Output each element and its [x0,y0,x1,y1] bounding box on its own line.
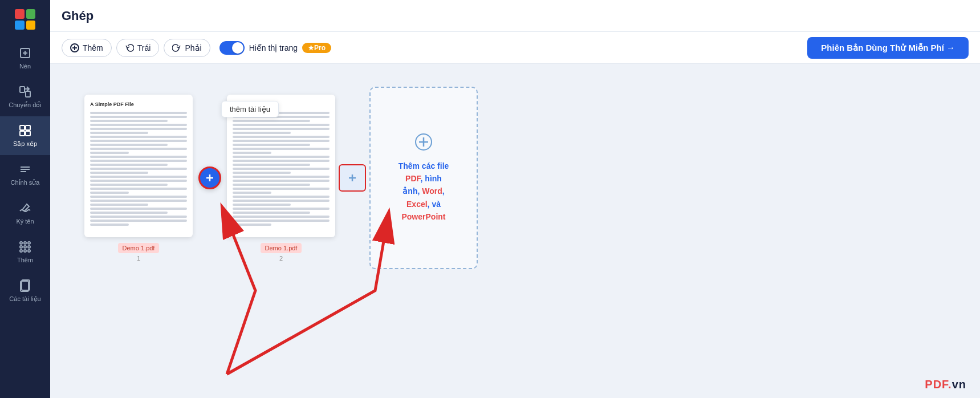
svg-rect-7 [20,131,25,136]
toggle-knob [232,42,243,54]
svg-rect-4 [26,91,30,97]
trial-button[interactable]: Phiên Bản Dùng Thử Miễn Phí → [807,37,969,59]
pdf-card-1: A Simple PDF File [84,95,193,237]
svg-point-18 [20,250,22,252]
hien-thi-trang-label: Hiển thị trang [249,43,298,52]
hien-thi-trang-toggle[interactable] [219,41,245,55]
main-area: Ghép Thêm Trái Phải [50,0,980,398]
insert-btn-wrap-2 [335,107,369,249]
sidebar-item-cac-tai-lieu[interactable]: Các tài liệu [0,271,50,310]
svg-point-19 [24,250,26,252]
svg-point-13 [24,242,26,244]
watermark-pdf: PDF [925,378,948,391]
plus-circle-drop-icon [414,133,433,151]
sidebar-item-nen[interactable]: Nén [0,39,50,78]
svg-rect-3 [20,87,25,92]
sidebar-item-ky-ten[interactable]: Ký tên [0,194,50,233]
insert-btn-wrap-1: thêm tài liệu [193,107,227,249]
pdf-page-num-2: 2 [279,255,283,262]
drop-zone-plus-icon [414,133,433,155]
pdf-slot-1: A Simple PDF File [84,95,193,262]
sidebar-item-chuyen-doi[interactable]: Chuyển đổi [0,78,50,116]
cards-row: A Simple PDF File [84,87,478,269]
svg-point-14 [28,242,30,244]
rotate-left-icon [125,43,134,52]
pdf-page-num-1: 1 [137,255,140,262]
plus-icon-1 [204,172,215,184]
toolbar: Thêm Trái Phải Hiển thị trang ★Pro [50,32,980,64]
svg-point-15 [20,246,22,248]
tooltip-1: thêm tài liệu [221,101,279,117]
watermark-vn: vn [952,378,966,391]
drop-zone[interactable]: Thêm các file PDF, hình ảnh, Word, Excel… [369,87,478,269]
app-header: Ghép [50,0,980,32]
insert-btn-2[interactable] [339,164,366,192]
page-title: Ghép [62,9,93,23]
svg-point-20 [28,250,30,252]
phai-button[interactable]: Phải [164,39,210,57]
watermark: PDF.vn [925,378,966,391]
app-logo [0,0,50,39]
sidebar-item-chinh-sua[interactable]: Chỉnh sửa [0,155,50,194]
insert-btn-1[interactable] [198,166,221,189]
them-button[interactable]: Thêm [62,39,112,57]
pdf-filename-1: Demo 1.pdf [118,243,160,253]
pro-badge: ★Pro [302,43,331,53]
svg-point-16 [24,246,26,248]
svg-point-12 [20,242,22,244]
svg-rect-5 [20,125,25,130]
drop-zone-text: Thêm các file PDF, hình ảnh, Word, Excel… [398,160,449,224]
hien-thi-trang-toggle-wrap: Hiển thị trang ★Pro [219,41,331,55]
plus-circle-icon [70,43,79,52]
pdf-card-1-title: A Simple PDF File [90,101,187,107]
svg-rect-6 [26,125,30,130]
pdf-filename-2: Demo 1.pdf [261,243,302,253]
trai-button[interactable]: Trái [116,39,160,57]
content-area: A Simple PDF File [50,64,980,398]
plus-icon-2 [347,172,358,184]
rotate-right-icon [172,43,181,52]
svg-point-17 [28,246,30,248]
pdf-lines-1 [90,112,187,226]
pdf-slot-2: Simple PDF File 2 [227,95,335,262]
sidebar-item-sap-xep[interactable]: Sắp xếp [0,116,50,155]
sidebar: Nén Chuyển đổi Sắp xếp Chỉnh sửa [0,0,50,398]
pdf-lines-2 [233,112,330,226]
svg-rect-8 [26,131,30,136]
sidebar-item-them[interactable]: Thêm [0,233,50,271]
